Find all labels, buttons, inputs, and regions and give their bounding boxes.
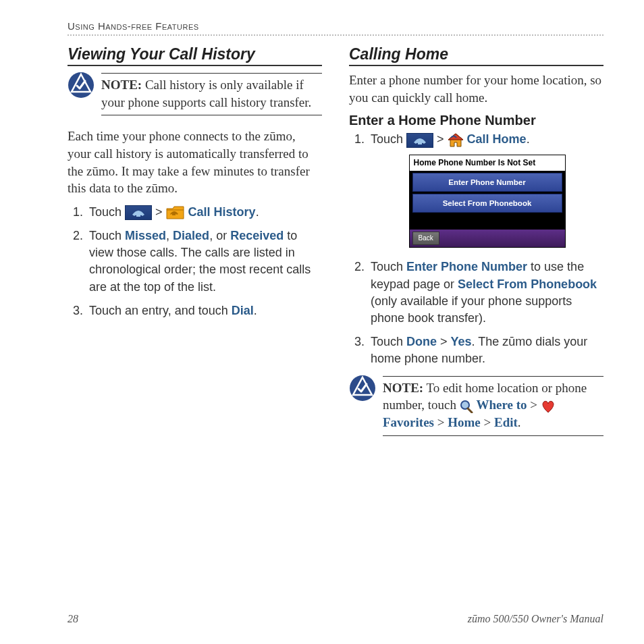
step-3: Touch an entry, and touch Dial. <box>86 302 322 319</box>
phone-icon <box>125 205 152 220</box>
text: Touch <box>371 132 406 146</box>
text: , <box>166 229 173 242</box>
screenshot-enter-phone-button[interactable]: Enter Phone Number <box>412 173 562 192</box>
text: . <box>527 132 530 146</box>
page-footer: 28 zūmo 500/550 Owner's Manual <box>68 613 603 625</box>
keyword-yes: Yes <box>451 335 472 348</box>
note-label: NOTE: <box>383 381 423 395</box>
text: , or <box>209 229 230 242</box>
text: (only available if your phone supports p… <box>371 294 572 325</box>
home-icon <box>448 133 464 148</box>
keyword-edit: Edit <box>494 415 518 429</box>
keyword-received: Received <box>230 229 284 242</box>
steps-calling-home: Touch > Call Home. Home Phone Number Is … <box>368 131 603 367</box>
manual-page: Using Hands-free Features Viewing Your C… <box>0 0 644 644</box>
paragraph-call-history: Each time your phone connects to the zūm… <box>68 128 322 197</box>
device-screenshot: Home Phone Number Is Not Set Enter Phone… <box>409 155 566 248</box>
note-check-icon <box>349 375 376 402</box>
keyword-dial: Dial <box>232 304 254 317</box>
step-2: Touch Enter Phone Number to use the keyp… <box>368 259 603 327</box>
note-edit-home: NOTE: To edit home location or phone num… <box>349 375 603 439</box>
text: Touch <box>89 205 125 219</box>
magnifier-icon <box>460 400 473 413</box>
note-text: NOTE: Call history is only available if … <box>101 76 322 111</box>
right-column: Calling Home Enter a phone number for yo… <box>349 45 603 448</box>
section-heading-calling-home: Calling Home <box>349 45 603 66</box>
screenshot-gap <box>410 215 565 230</box>
text: Touch <box>371 335 406 348</box>
keyword-where-to: Where to <box>477 398 527 412</box>
keyword-missed: Missed <box>125 229 166 242</box>
keyword-dialed: Dialed <box>173 229 209 242</box>
text: . <box>518 415 521 429</box>
note-check-icon <box>68 72 95 99</box>
separator: > <box>437 132 448 146</box>
keyword-home: Home <box>448 415 481 429</box>
separator: > <box>437 335 451 348</box>
screenshot-back-button[interactable]: Back <box>412 232 439 245</box>
note-text: NOTE: To edit home location or phone num… <box>383 379 603 431</box>
section-heading-call-history: Viewing Your Call History <box>68 45 322 66</box>
content-columns: Viewing Your Call History NOTE: Call his… <box>68 45 603 448</box>
screenshot-title: Home Phone Number Is Not Set <box>410 155 565 171</box>
note-label: NOTE: <box>101 78 142 92</box>
keyword-enter-phone-number: Enter Phone Number <box>406 260 527 273</box>
separator: > <box>434 415 448 429</box>
separator: > <box>155 205 166 219</box>
left-column: Viewing Your Call History NOTE: Call his… <box>68 45 322 448</box>
running-header: Using Hands-free Features <box>68 20 603 36</box>
steps-call-history: Touch > Call History. Touch Missed, Dial… <box>86 204 322 319</box>
page-number: 28 <box>68 613 78 625</box>
keyword-call-home: Call Home <box>467 132 527 146</box>
separator: > <box>481 415 494 429</box>
keyword-select-from-phonebook: Select From Phonebook <box>458 277 597 291</box>
text: . <box>254 304 257 317</box>
step-1: Touch > Call History. <box>86 204 322 221</box>
step-3: Touch Done > Yes. The zūmo dials your ho… <box>368 333 603 367</box>
text: Touch <box>371 260 406 273</box>
manual-title: zūmo 500/550 Owner's Manual <box>468 613 603 625</box>
paragraph-calling-home: Enter a phone number for your home locat… <box>349 72 603 106</box>
phone-icon <box>406 133 433 148</box>
folder-icon <box>166 205 185 220</box>
separator: > <box>527 398 541 412</box>
subheading-enter-home-number: Enter a Home Phone Number <box>349 113 603 128</box>
note-call-history: NOTE: Call history is only available if … <box>68 72 322 118</box>
text: Touch <box>89 229 125 242</box>
text: Touch an entry, and touch <box>89 304 232 317</box>
step-1: Touch > Call Home. Home Phone Number Is … <box>368 131 603 248</box>
screenshot-select-phonebook-button[interactable]: Select From Phonebook <box>412 194 562 213</box>
heart-icon <box>541 400 556 413</box>
step-2: Touch Missed, Dialed, or Received to vie… <box>86 227 322 296</box>
keyword-favorites: Favorites <box>383 415 434 429</box>
keyword-done: Done <box>406 335 437 348</box>
keyword-call-history: Call History <box>188 205 256 219</box>
screenshot-footer: Back <box>410 230 565 247</box>
text: . <box>256 205 259 219</box>
